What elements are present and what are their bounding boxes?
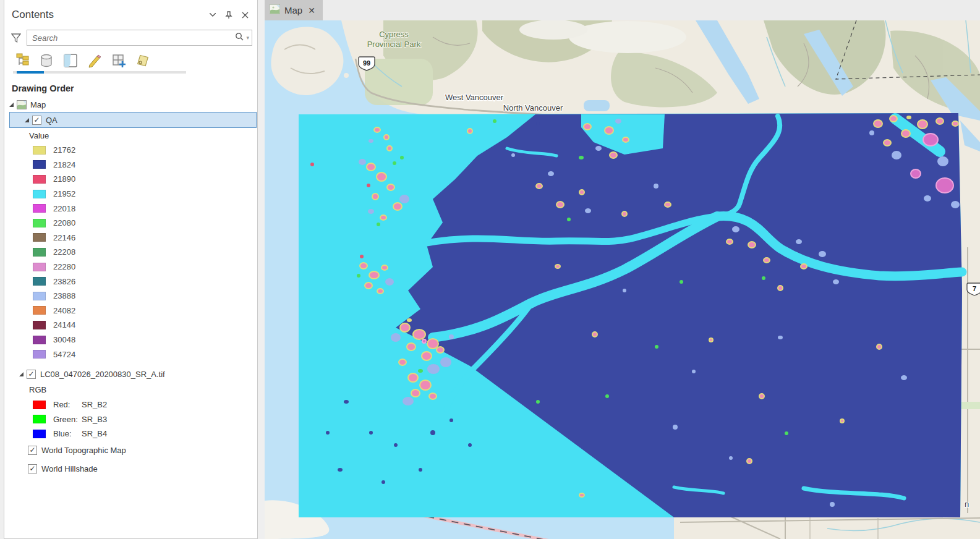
legend-row[interactable]: 54724 — [4, 347, 257, 362]
expand-triangle-icon[interactable] — [8, 101, 14, 108]
filter-icon[interactable] — [9, 33, 23, 43]
raster-blob — [830, 502, 835, 507]
band-swatch[interactable] — [33, 401, 46, 409]
tab-close-icon[interactable]: ✕ — [308, 6, 315, 15]
list-by-selection-icon[interactable] — [61, 52, 80, 69]
legend-swatch[interactable] — [33, 190, 46, 198]
raster-blob — [419, 468, 422, 472]
legend-row[interactable]: 21762 — [4, 143, 257, 158]
legend-row[interactable]: 22146 — [4, 231, 257, 245]
close-icon[interactable] — [239, 9, 251, 21]
tree-node-basemap[interactable]: ✓World Hillshade — [4, 460, 257, 478]
raster-blob — [901, 130, 910, 137]
list-by-snapping-icon[interactable] — [109, 52, 128, 69]
raster-blob — [747, 459, 752, 464]
layer-checkbox[interactable]: ✓ — [32, 116, 41, 125]
tab-map[interactable]: Map ✕ — [265, 0, 323, 20]
map-thumbnail-icon — [17, 100, 27, 109]
legend-swatch[interactable] — [33, 175, 46, 184]
legend-value: 22080 — [53, 218, 75, 227]
legend-row[interactable]: 21952 — [4, 187, 257, 202]
raster-blob — [579, 493, 584, 497]
legend-swatch[interactable] — [33, 306, 46, 315]
panel-title: Contents — [12, 9, 203, 21]
search-row: ▾ — [9, 30, 252, 46]
raster-blob — [937, 156, 948, 166]
tree-node-label: World Hillshade — [41, 464, 98, 473]
legend-swatch[interactable] — [33, 321, 46, 329]
list-by-source-icon[interactable] — [37, 52, 56, 69]
legend-rows: 2176221824218902195222018220802214622208… — [4, 143, 257, 362]
raster-blob — [869, 130, 874, 135]
layer-checkbox[interactable]: ✓ — [28, 464, 37, 473]
raster-blob — [936, 118, 944, 124]
legend-swatch[interactable] — [33, 233, 46, 242]
expand-triangle-icon[interactable] — [18, 371, 24, 378]
list-by-editing-icon[interactable] — [85, 52, 104, 69]
park-label-line1: Cypress — [379, 30, 409, 39]
legend-row[interactable]: 22280 — [4, 260, 257, 274]
expand-triangle-icon[interactable] — [23, 117, 30, 123]
legend-row[interactable]: 22080 — [4, 216, 257, 231]
legend-value: 22146 — [53, 233, 75, 242]
legend-swatch[interactable] — [33, 160, 46, 169]
raster-blob — [511, 153, 515, 157]
pin-icon[interactable] — [223, 9, 235, 21]
tree-node-basemap[interactable]: ✓World Topographic Map — [4, 441, 257, 460]
raster-blob — [411, 389, 420, 397]
legend-swatch[interactable] — [33, 204, 46, 213]
band-row[interactable]: Blue:SR_B4 — [4, 427, 257, 441]
legend-swatch[interactable] — [33, 146, 46, 155]
legend-row[interactable]: 23888 — [4, 289, 257, 303]
band-row[interactable]: Red:SR_B2 — [4, 397, 257, 412]
legend-row[interactable]: 22208 — [4, 245, 257, 260]
legend-row[interactable]: 24082 — [4, 303, 257, 318]
legend-row[interactable]: 21824 — [4, 158, 257, 172]
legend-value: 23826 — [53, 277, 75, 286]
list-by-labeling-icon[interactable] — [134, 52, 152, 69]
raster-blob — [387, 184, 394, 190]
raster-blob — [901, 375, 907, 380]
raster-blob — [778, 286, 783, 291]
raster-blob — [407, 318, 412, 322]
legend-swatch[interactable] — [33, 277, 46, 286]
map-canvas[interactable]: Cypress Provincial Park West Vancouver N… — [265, 20, 980, 539]
tree-node-label: LC08_047026_20200830_SR_A.tif — [40, 370, 165, 379]
legend-row[interactable]: 24144 — [4, 318, 257, 333]
raster-blob — [394, 443, 398, 447]
raster-blob — [579, 190, 584, 195]
legend-row[interactable]: 30048 — [4, 333, 257, 347]
chevron-down-icon[interactable] — [207, 9, 219, 21]
tree-node-raster[interactable]: ✓ LC08_047026_20200830_SR_A.tif — [4, 367, 257, 383]
layer-checkbox[interactable]: ✓ — [28, 446, 37, 455]
search-input[interactable] — [32, 33, 235, 43]
raster-blob — [372, 193, 378, 200]
legend-row[interactable]: 22018 — [4, 201, 257, 216]
raster-blob — [393, 203, 402, 210]
search-icon[interactable] — [235, 32, 244, 43]
band-row[interactable]: Green:SR_B3 — [4, 412, 257, 427]
search-dropdown-icon[interactable]: ▾ — [246, 35, 249, 41]
legend-swatch[interactable] — [33, 219, 46, 227]
raster-blob — [429, 393, 437, 399]
basemap-islet — [344, 73, 349, 78]
raster-blob — [367, 163, 375, 171]
legend-swatch[interactable] — [33, 292, 46, 300]
list-by-drawing-order-icon[interactable] — [13, 52, 32, 69]
legend-row[interactable]: 21890 — [4, 172, 257, 187]
legend-row[interactable]: 23826 — [4, 274, 257, 289]
layer-checkbox[interactable]: ✓ — [27, 370, 36, 379]
raster-blob — [579, 156, 584, 159]
band-swatch[interactable] — [33, 415, 46, 423]
raster-blob — [360, 263, 367, 269]
park-label-line2: Provincial Park — [367, 40, 421, 49]
legend-swatch[interactable] — [33, 350, 46, 359]
legend-swatch[interactable] — [33, 336, 46, 344]
legend-swatch[interactable] — [33, 263, 46, 271]
raster-blob — [450, 418, 453, 422]
tree-node-map[interactable]: Map — [4, 97, 257, 112]
band-swatch[interactable] — [33, 430, 46, 438]
raster-blob — [748, 242, 756, 248]
legend-swatch[interactable] — [33, 248, 46, 257]
tree-node-qa[interactable]: ✓ QA — [9, 112, 257, 128]
